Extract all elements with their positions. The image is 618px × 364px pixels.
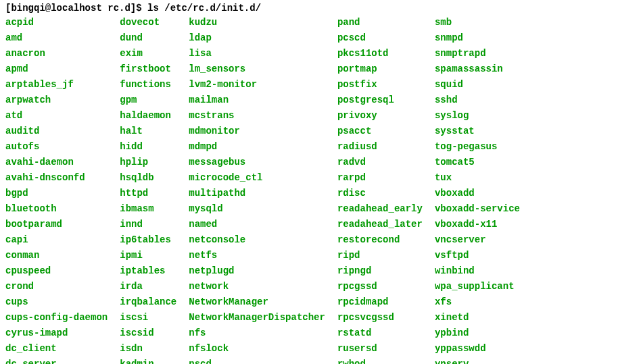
file-entry: ibmasm xyxy=(120,201,176,217)
ls-output: acpid amd anacron apmd arptables_jf arpw… xyxy=(5,15,613,364)
ls-column-1: dovecot dund exim firstboot functions gp… xyxy=(120,15,176,364)
file-entry: pcscd xyxy=(337,30,423,46)
file-entry: dovecot xyxy=(120,15,176,30)
file-entry: netfs xyxy=(189,248,325,263)
file-entry: bootparamd xyxy=(5,217,108,232)
file-entry: functions xyxy=(120,77,176,93)
file-entry: smb xyxy=(435,15,520,30)
file-entry: nscd xyxy=(189,357,325,364)
file-entry: tomcat5 xyxy=(435,155,520,170)
file-entry: network xyxy=(189,279,325,294)
file-entry: gpm xyxy=(120,93,176,108)
file-entry: arpwatch xyxy=(5,93,108,108)
file-entry: dund xyxy=(120,30,176,46)
file-entry: isdn xyxy=(120,341,176,357)
file-entry: sysstat xyxy=(435,124,520,139)
file-entry: nfslock xyxy=(189,341,325,357)
file-entry: haldaemon xyxy=(120,108,176,124)
file-entry: ypbind xyxy=(435,326,520,341)
file-entry: tux xyxy=(435,170,520,186)
file-entry: exim xyxy=(120,46,176,61)
file-entry: capi xyxy=(5,232,108,248)
file-entry: iptables xyxy=(120,263,176,279)
file-entry: ypserv xyxy=(435,357,520,364)
file-entry: radvd xyxy=(337,155,423,170)
file-entry: bgpd xyxy=(5,186,108,201)
file-entry: vsftpd xyxy=(435,248,520,263)
file-entry: postfix xyxy=(337,77,423,93)
file-entry: lisa xyxy=(189,46,325,61)
file-entry: rwhod xyxy=(337,357,423,364)
file-entry: vboxadd xyxy=(435,186,520,201)
file-entry: acpid xyxy=(5,15,108,30)
file-entry: messagebus xyxy=(189,155,325,170)
file-entry: mdmonitor xyxy=(189,124,325,139)
file-entry: dc_client xyxy=(5,341,108,357)
file-entry: rdisc xyxy=(337,186,423,201)
ls-column-0: acpid amd anacron apmd arptables_jf arpw… xyxy=(5,15,108,364)
file-entry: lvm2-monitor xyxy=(189,77,325,93)
file-entry: netconsole xyxy=(189,232,325,248)
file-entry: dc_server xyxy=(5,357,108,364)
file-entry: yppasswdd xyxy=(435,341,520,357)
file-entry: kudzu xyxy=(189,15,325,30)
file-entry: avahi-dnsconfd xyxy=(5,170,108,186)
file-entry: rstatd xyxy=(337,326,423,341)
file-entry: hplip xyxy=(120,155,176,170)
file-entry: sshd xyxy=(435,93,520,108)
ls-column-4: smb snmpd snmptrapd spamassassin squid s… xyxy=(435,15,520,364)
file-entry: snmptrapd xyxy=(435,46,520,61)
file-entry: cyrus-imapd xyxy=(5,326,108,341)
file-entry: portmap xyxy=(337,61,423,77)
file-entry: halt xyxy=(120,124,176,139)
file-entry: spamassassin xyxy=(435,61,520,77)
file-entry: cups-config-daemon xyxy=(5,310,108,326)
file-entry: NetworkManager xyxy=(189,294,325,310)
file-entry: pand xyxy=(337,15,423,30)
file-entry: anacron xyxy=(5,46,108,61)
file-entry: atd xyxy=(5,108,108,124)
prompt-command: ls /etc/rc.d/init.d/ xyxy=(147,3,261,14)
file-entry: arptables_jf xyxy=(5,77,108,93)
file-entry: rpcsvcgssd xyxy=(337,310,423,326)
file-entry: postgresql xyxy=(337,93,423,108)
file-entry: hsqldb xyxy=(120,170,176,186)
file-entry: irqbalance xyxy=(120,294,176,310)
file-entry: irda xyxy=(120,279,176,294)
file-entry: restorecond xyxy=(337,232,423,248)
file-entry: microcode_ctl xyxy=(189,170,325,186)
ls-column-2: kudzu ldap lisa lm_sensors lvm2-monitor … xyxy=(189,15,325,364)
file-entry: pkcs11otd xyxy=(337,46,423,61)
file-entry: avahi-daemon xyxy=(5,155,108,170)
file-entry: readahead_early xyxy=(337,201,423,217)
file-entry: ipmi xyxy=(120,248,176,263)
file-entry: lm_sensors xyxy=(189,61,325,77)
file-entry: ripd xyxy=(337,248,423,263)
ls-column-3: pand pcscd pkcs11otd portmap postfix pos… xyxy=(337,15,423,364)
file-entry: auditd xyxy=(5,124,108,139)
file-entry: radiusd xyxy=(337,139,423,155)
file-entry: firstboot xyxy=(120,61,176,77)
file-entry: mysqld xyxy=(189,201,325,217)
file-entry: ldap xyxy=(189,30,325,46)
prompt-user-host: [bingqi@localhost rc.d]$ xyxy=(5,3,147,14)
file-entry: autofs xyxy=(5,139,108,155)
file-entry: crond xyxy=(5,279,108,294)
file-entry: rarpd xyxy=(337,170,423,186)
file-entry: httpd xyxy=(120,186,176,201)
file-entry: privoxy xyxy=(337,108,423,124)
terminal-prompt-line: [bingqi@localhost rc.d]$ ls /etc/rc.d/in… xyxy=(5,3,613,14)
file-entry: psacct xyxy=(337,124,423,139)
file-entry: snmpd xyxy=(435,30,520,46)
file-entry: mcstrans xyxy=(189,108,325,124)
file-entry: vncserver xyxy=(435,232,520,248)
file-entry: tog-pegasus xyxy=(435,139,520,155)
file-entry: bluetooth xyxy=(5,201,108,217)
file-entry: conman xyxy=(5,248,108,263)
file-entry: mailman xyxy=(189,93,325,108)
file-entry: wpa_supplicant xyxy=(435,279,520,294)
file-entry: named xyxy=(189,217,325,232)
file-entry: rpcgssd xyxy=(337,279,423,294)
file-entry: amd xyxy=(5,30,108,46)
file-entry: kadmin xyxy=(120,357,176,364)
